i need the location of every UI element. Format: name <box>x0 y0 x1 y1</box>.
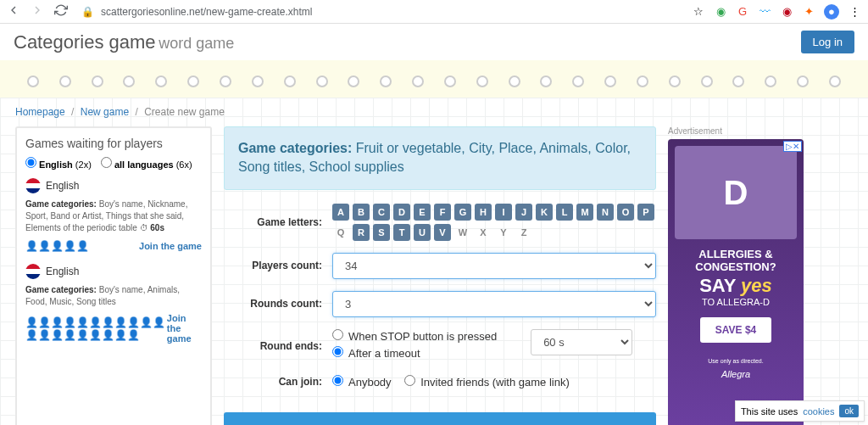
ext-icon[interactable]: G <box>736 5 749 19</box>
breadcrumb: Homepage / New game / Create new game <box>15 106 853 118</box>
filter-english[interactable]: English (2x) <box>25 159 92 170</box>
ad-column: Advertisement ▷✕ D ALLERGIES & CONGESTIO… <box>668 126 829 425</box>
letter-K[interactable]: K <box>536 204 553 221</box>
letter-N[interactable]: N <box>597 204 614 221</box>
ext-icon[interactable]: ✦ <box>802 5 815 19</box>
flag-icon <box>25 264 41 279</box>
flag-icon <box>25 178 41 193</box>
cookie-ok-button[interactable]: ok <box>839 405 859 417</box>
ad-logo: Allegra <box>675 369 797 379</box>
letter-Y[interactable]: Y <box>495 224 512 241</box>
address-bar[interactable]: 🔒 scattergoriesonline.net/new-game-creat… <box>81 6 678 18</box>
site-title: Categories game <box>14 31 156 53</box>
letter-A[interactable]: A <box>332 204 349 221</box>
letter-R[interactable]: R <box>353 224 370 241</box>
timeout-select[interactable]: 60 s <box>531 329 632 355</box>
breadcrumb-home[interactable]: Homepage <box>15 106 65 118</box>
create-game-form: Game categories: Fruit or vegetable, Cit… <box>224 126 656 425</box>
ad-headline: ALLERGIES & CONGESTION? <box>675 248 797 273</box>
cookie-link[interactable]: cookies <box>803 406 834 417</box>
game-categories-text: Game categories: Boy's name, Nickname, S… <box>25 199 202 234</box>
letter-X[interactable]: X <box>475 224 492 241</box>
player-slots-icons: 👤👤👤👤👤 <box>25 239 89 252</box>
ad-say-yes: SAY yes <box>675 275 797 297</box>
back-icon[interactable] <box>7 3 20 20</box>
lock-icon: 🔒 <box>81 6 94 18</box>
letters-label: Game letters: <box>224 216 332 228</box>
cookie-notice: This site uses cookies ok <box>735 400 865 422</box>
letter-B[interactable]: B <box>353 204 370 221</box>
ad-disclaimer: Use only as directed. <box>675 358 797 364</box>
breadcrumb-current: Create new game <box>144 106 225 118</box>
ad-save-button[interactable]: SAVE $4 <box>700 317 771 343</box>
game-language: English <box>25 264 202 279</box>
can-join-invited[interactable]: Invited friends (with game link) <box>404 376 570 389</box>
letter-Q[interactable]: Q <box>332 224 349 241</box>
browser-toolbar: 🔒 scattergoriesonline.net/new-game-creat… <box>0 0 868 24</box>
ad-banner[interactable]: ▷✕ D ALLERGIES & CONGESTION? SAY yes TO … <box>668 139 804 425</box>
player-slots-icons: 👤👤👤👤👤👤👤👤👤👤👤👤👤👤👤👤👤👤👤👤 <box>25 316 167 341</box>
menu-icon[interactable]: ⋮ <box>848 5 861 19</box>
avatar-icon[interactable]: ● <box>824 4 839 20</box>
letter-M[interactable]: M <box>576 204 593 221</box>
language-filter: English (2x) all languages (6x) <box>25 157 202 170</box>
letter-C[interactable]: C <box>373 204 390 221</box>
rounds-count-select[interactable]: 3 <box>332 291 656 317</box>
sidebar-title: Games waiting for players <box>25 137 202 150</box>
round-ends-timeout[interactable]: After a timeout <box>332 346 497 360</box>
ext-icon[interactable]: ◉ <box>780 5 793 19</box>
players-label: Players count: <box>224 260 332 271</box>
game-language: English <box>25 178 202 193</box>
rounds-label: Rounds count: <box>224 298 332 310</box>
game-categories-text: Game categories: Boy's name, Animals, Fo… <box>25 284 202 308</box>
letters-grid: ABCDEFGHIJKLMNOPQRSTUVWXYZ <box>332 204 656 241</box>
letter-G[interactable]: G <box>454 204 471 221</box>
filter-all[interactable]: all languages (6x) <box>101 159 192 170</box>
letter-W[interactable]: W <box>454 224 471 241</box>
star-icon[interactable]: ☆ <box>692 5 705 19</box>
letter-S[interactable]: S <box>373 224 390 241</box>
letter-J[interactable]: J <box>515 204 532 221</box>
can-join-label: Can join: <box>224 376 332 388</box>
letter-L[interactable]: L <box>556 204 573 221</box>
letter-E[interactable]: E <box>414 204 431 221</box>
browser-extensions: ☆ ◉ G 〰 ◉ ✦ ● ⋮ <box>692 4 861 20</box>
letter-V[interactable]: V <box>434 224 451 241</box>
letter-D[interactable]: D <box>393 204 410 221</box>
letter-P[interactable]: P <box>637 204 654 221</box>
binder-rings <box>0 75 868 94</box>
letter-O[interactable]: O <box>617 204 634 221</box>
players-count-select[interactable]: 34 <box>332 253 656 279</box>
waiting-game-item: English Game categories: Boy's name, Ani… <box>25 264 202 344</box>
ad-close-icon[interactable]: ▷✕ <box>783 141 802 152</box>
categories-banner: Game categories: Fruit or vegetable, Cit… <box>224 126 656 190</box>
login-button[interactable]: Log in <box>801 31 854 53</box>
round-ends-stop[interactable]: When STOP button is pressed <box>332 329 497 343</box>
can-join-anybody[interactable]: Anybody <box>332 376 392 389</box>
sidebar-waiting-games: Games waiting for players English (2x) a… <box>15 126 212 425</box>
letter-T[interactable]: T <box>393 224 410 241</box>
join-game-link[interactable]: Join the game <box>139 241 202 251</box>
waiting-game-item: English Game categories: Boy's name, Nic… <box>25 178 202 252</box>
site-header: Categories game word game Log in <box>0 24 868 60</box>
letter-I[interactable]: I <box>495 204 512 221</box>
join-game-link[interactable]: Join the game <box>167 313 202 344</box>
url-text: scattergoriesonline.net/new-game-create.… <box>101 6 312 18</box>
cookie-text: This site uses <box>741 406 798 417</box>
breadcrumb-new-game[interactable]: New game <box>81 106 129 118</box>
notebook-background: Homepage / New game / Create new game Ga… <box>0 60 868 425</box>
letter-U[interactable]: U <box>414 224 431 241</box>
ad-label: Advertisement <box>668 126 829 136</box>
letter-F[interactable]: F <box>434 204 451 221</box>
ad-image: D <box>675 146 797 239</box>
site-subtitle: word game <box>159 35 234 52</box>
round-ends-label: Round ends: <box>224 340 332 352</box>
ad-product: TO ALLEGRA-D <box>675 297 797 307</box>
forward-icon[interactable] <box>31 3 44 20</box>
letter-H[interactable]: H <box>475 204 492 221</box>
ext-icon[interactable]: 〰 <box>758 5 771 19</box>
create-game-button[interactable]: Create new game <box>224 412 656 425</box>
letter-Z[interactable]: Z <box>515 224 532 241</box>
reload-icon[interactable] <box>54 3 68 20</box>
ext-icon[interactable]: ◉ <box>714 5 727 19</box>
